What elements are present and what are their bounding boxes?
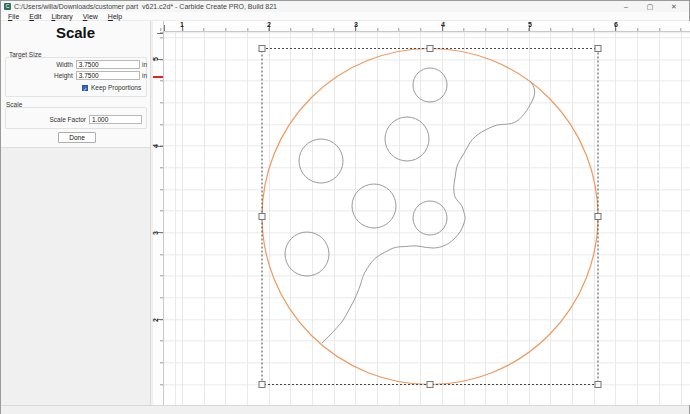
selected-circle-vector[interactable]	[262, 49, 598, 385]
design-canvas[interactable]	[164, 32, 690, 405]
hole-circle-vector[interactable]	[352, 184, 396, 228]
panel-title: Scale	[1, 24, 150, 41]
selection-handle-w[interactable]	[259, 214, 265, 220]
v-ruler-number: 4	[152, 144, 159, 148]
v-ruler-number: 5	[152, 57, 159, 61]
v-ruler-number: 2	[152, 318, 159, 322]
maximize-button[interactable]: ▢	[638, 2, 662, 12]
hole-circle-vector[interactable]	[413, 68, 447, 102]
keep-proportions-checkbox[interactable]: ✓	[82, 85, 88, 91]
workspace: 1 2 3 4 5 6 5 4 3 2	[153, 21, 690, 405]
height-row: Height 3.7500 in	[1, 71, 147, 80]
selection-handle-s[interactable]	[427, 382, 433, 388]
horizontal-ruler: 1 2 3 4 5 6	[153, 21, 690, 32]
selection-handles	[259, 46, 601, 388]
design-svg	[164, 32, 690, 405]
window-controls: – ▢ ✕	[614, 2, 686, 12]
hole-circle-vector[interactable]	[285, 232, 329, 276]
done-button[interactable]: Done	[58, 132, 96, 143]
menu-library[interactable]: Library	[46, 12, 77, 21]
menu-view[interactable]: View	[78, 12, 103, 21]
ruler-cursor-marker	[153, 76, 163, 78]
selection-handle-n[interactable]	[427, 46, 433, 52]
selection-handle-sw[interactable]	[259, 382, 265, 388]
menu-bar: File Edit Library View Help	[1, 12, 689, 21]
hole-circle-vector[interactable]	[413, 201, 447, 235]
selection-handle-ne[interactable]	[595, 46, 601, 52]
width-row: Width 3.7500 in	[1, 60, 147, 69]
height-unit: in	[142, 72, 147, 79]
h-ruler-number: 6	[614, 21, 618, 28]
selection-box	[262, 49, 598, 385]
height-label: Height	[1, 72, 73, 79]
app-icon: C	[4, 3, 11, 10]
h-ruler-number: 4	[441, 21, 445, 28]
hole-circle-vector[interactable]	[385, 117, 429, 161]
window-title: C:/Users/willa/Downloads/customer part_v…	[14, 3, 614, 10]
selection-handle-e[interactable]	[595, 214, 601, 220]
vertical-major-ticks	[157, 32, 163, 405]
scale-factor-input[interactable]: 1.000	[89, 115, 142, 124]
keep-proportions-label: Keep Proportions	[91, 84, 141, 91]
h-ruler-number: 3	[354, 21, 358, 28]
minimize-button[interactable]: –	[614, 2, 638, 12]
v-ruler-number: 3	[152, 231, 159, 235]
scale-dialog: Scale Target Size Width 3.7500 in Height…	[1, 21, 150, 148]
status-bar	[1, 405, 689, 414]
horizontal-major-ticks	[153, 25, 690, 31]
menu-file[interactable]: File	[3, 12, 24, 21]
selection-handle-nw[interactable]	[259, 46, 265, 52]
menu-help[interactable]: Help	[103, 12, 127, 21]
h-ruler-number: 1	[180, 21, 184, 28]
app-window: C C:/Users/willa/Downloads/customer part…	[0, 0, 690, 414]
selection-handle-se[interactable]	[595, 382, 601, 388]
h-ruler-number: 5	[528, 21, 532, 28]
width-label: Width	[1, 61, 73, 68]
keep-proportions-row: ✓ Keep Proportions	[82, 84, 141, 91]
height-input[interactable]: 3.7500	[76, 71, 140, 80]
palette-curve-vector[interactable]	[322, 81, 535, 343]
vertical-ruler: 5 4 3 2	[153, 32, 164, 405]
h-ruler-number: 2	[267, 21, 271, 28]
scale-factor-label: Scale Factor	[1, 116, 86, 123]
scale-panel: Scale Target Size Width 3.7500 in Height…	[1, 21, 151, 405]
menu-edit[interactable]: Edit	[24, 12, 46, 21]
width-unit: in	[142, 61, 147, 68]
title-bar: C C:/Users/willa/Downloads/customer part…	[1, 1, 689, 12]
scale-factor-row: Scale Factor 1.000	[1, 115, 147, 124]
width-input[interactable]: 3.7500	[76, 60, 140, 69]
close-button[interactable]: ✕	[662, 2, 686, 12]
hole-circle-vector[interactable]	[299, 139, 343, 183]
